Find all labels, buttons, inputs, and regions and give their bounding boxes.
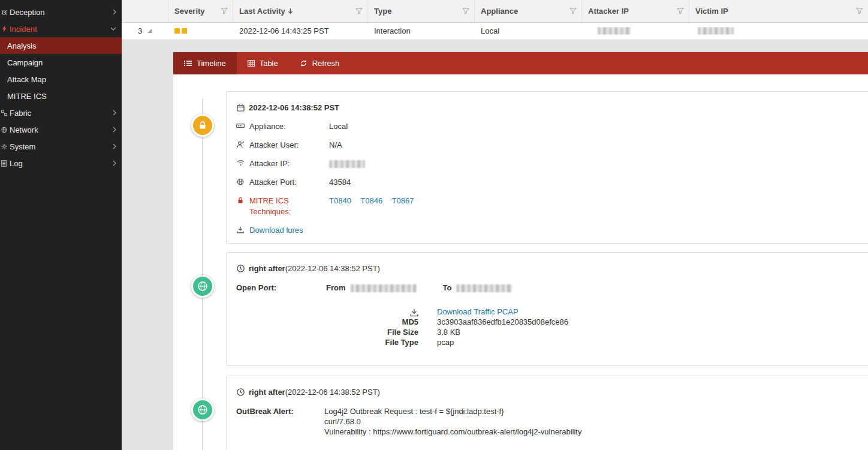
type-cell: Interaction [368, 26, 475, 35]
redacted-victim-ip [698, 27, 734, 35]
content-area: Timeline Table Refresh [122, 40, 868, 450]
header-victim-ip[interactable]: Victim IP [689, 0, 868, 22]
filter-icon[interactable] [462, 8, 469, 14]
timeline-card-1: 2022-12-06 14:38:52 PST Appliance: Local… [226, 91, 868, 244]
sidebar-subitem-label: Campaign [7, 58, 43, 67]
row-index-cell: 3 [122, 26, 168, 35]
field-label: Attacker User: [249, 140, 329, 151]
download-pcap-link[interactable]: Download Traffic PCAP [437, 307, 519, 316]
alert-line: Vulnerability : https://www.fortiguard.c… [324, 427, 581, 437]
timeline-marker-lock [191, 114, 214, 137]
header-appliance[interactable]: Appliance [475, 0, 582, 22]
sort-desc-icon [288, 8, 293, 14]
redacted-attacker-ip [329, 160, 365, 168]
sidebar-item-log[interactable]: Log [0, 155, 122, 172]
chevron-right-icon [113, 9, 116, 15]
tab-label: Refresh [312, 59, 340, 68]
sidebar-item-network[interactable]: Network [0, 121, 122, 138]
tab-timeline[interactable]: Timeline [173, 52, 237, 74]
chevron-right-icon [113, 143, 116, 149]
port-globe-icon [236, 177, 245, 185]
sidebar-item-analysis[interactable]: Analysis [0, 37, 122, 54]
sidebar-item-mitre-ics[interactable]: MITRE ICS [0, 88, 122, 104]
chevron-right-icon [113, 110, 116, 116]
table-grid-icon [248, 60, 255, 67]
file-size-label: File Size [236, 327, 418, 337]
clock-icon [236, 265, 245, 272]
sidebar-item-label: Fabric [7, 109, 113, 118]
network-icon [1, 126, 7, 133]
sidebar-item-system[interactable]: System [0, 138, 122, 155]
tab-label: Timeline [197, 59, 226, 68]
globe-icon [197, 281, 208, 292]
event-timestamp: 2022-12-06 14:38:52 PST [249, 102, 339, 113]
column-label: Attacker IP [588, 7, 629, 16]
severity-square [182, 28, 187, 34]
alert-line: curl/7.68.0 [324, 416, 581, 427]
sidebar-subitem-label: Attack Map [7, 75, 46, 84]
chevron-right-icon [113, 127, 116, 133]
deception-icon [1, 8, 7, 16]
filter-icon[interactable] [569, 8, 577, 14]
sidebar-item-deception[interactable]: Deception [0, 4, 122, 20]
timeline-line [202, 98, 203, 450]
field-label: OutBreak Alert: [236, 406, 324, 416]
globe-icon [197, 404, 208, 415]
timeline-card-3: right after(2022-12-06 14:38:52 PST) Out… [226, 376, 868, 450]
sidebar-item-incident[interactable]: Incident [0, 20, 122, 37]
file-type-label: File Type [236, 337, 418, 347]
incident-row[interactable]: 3 2022-12-06 14:43:25 PST Interaction Lo… [122, 23, 868, 40]
technique-link[interactable]: T0846 [360, 196, 382, 205]
field-value [329, 158, 365, 169]
event-relative-time: right after [249, 386, 285, 398]
alert-line: Log4j2 Outbreak Request : test-f = ${jnd… [324, 406, 581, 416]
clock-icon [236, 388, 245, 396]
field-attacker-port: Attacker Port: 43584 [236, 177, 859, 188]
field-outbreak-alert: OutBreak Alert: Log4j2 Outbreak Request … [236, 406, 859, 437]
column-label: Victim IP [695, 7, 728, 16]
refresh-button[interactable]: Refresh [289, 52, 351, 74]
view-toolbar: Timeline Table Refresh [173, 52, 868, 74]
app-root: Deception Incident Analysis Campaign Att… [0, 0, 868, 450]
from-label: From [326, 283, 346, 293]
attacker-ip-cell [582, 27, 689, 35]
filter-icon[interactable] [355, 8, 363, 14]
timeline-marker-globe [191, 275, 214, 298]
technique-link[interactable]: T0867 [392, 196, 414, 205]
header-attacker-ip[interactable]: Attacker IP [582, 0, 689, 22]
sidebar-item-campaign[interactable]: Campaign [0, 54, 122, 71]
download-icon [236, 225, 245, 233]
chevron-down-icon [110, 27, 116, 31]
calendar-icon [236, 104, 245, 112]
column-label: Appliance [481, 7, 518, 16]
tab-table[interactable]: Table [237, 52, 289, 74]
filter-icon[interactable] [221, 8, 228, 14]
grid-header: Severity Last Activity Type [122, 0, 868, 23]
sidebar-item-label: Log [7, 159, 113, 168]
sidebar-item-label: Deception [7, 8, 113, 17]
field-download-lures: Download lures [236, 225, 859, 236]
file-size-value: 3.8 KB [437, 327, 859, 337]
lock-icon [198, 121, 207, 130]
header-last-activity[interactable]: Last Activity [233, 0, 368, 22]
filter-icon[interactable] [677, 8, 684, 14]
chevron-right-icon [113, 160, 116, 166]
expand-row-icon[interactable] [147, 29, 152, 33]
sidebar-item-label: System [7, 142, 113, 151]
filter-icon[interactable] [856, 8, 863, 14]
sidebar-item-label: Incident [7, 25, 110, 34]
sidebar-item-attack-map[interactable]: Attack Map [0, 71, 122, 88]
download-lures-link[interactable]: Download lures [249, 225, 303, 236]
field-label: Open Port: [236, 283, 326, 293]
redacted-to-address [456, 284, 512, 292]
technique-link[interactable]: T0840 [329, 196, 351, 205]
field-value: Local [329, 121, 348, 132]
timeline-list-icon [184, 60, 192, 67]
event-header: 2022-12-06 14:38:52 PST [236, 102, 859, 113]
field-label: Attacker IP: [249, 158, 329, 169]
wifi-icon [236, 158, 245, 166]
sidebar-item-fabric[interactable]: Fabric [0, 104, 122, 121]
incident-icon [1, 25, 7, 32]
header-type[interactable]: Type [368, 0, 475, 22]
header-severity[interactable]: Severity [168, 0, 233, 22]
